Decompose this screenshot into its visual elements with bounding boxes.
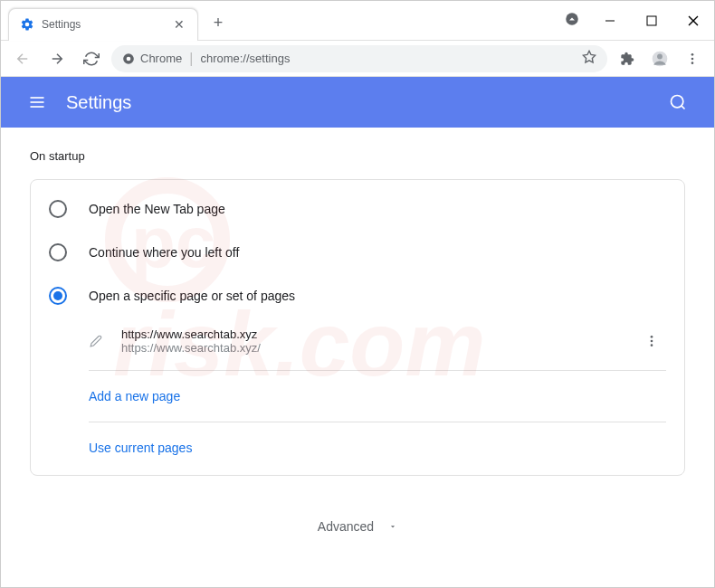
extensions-icon[interactable] xyxy=(613,44,642,73)
gear-icon xyxy=(20,17,34,32)
tab-title: Settings xyxy=(42,18,165,31)
startup-page-entry: https://www.searchtab.xyz https://www.se… xyxy=(31,318,684,365)
content-scroll[interactable]: On startup Open the New Tab page Continu… xyxy=(1,128,714,588)
radio-icon xyxy=(49,287,67,305)
hamburger-icon[interactable] xyxy=(19,84,55,120)
svg-point-17 xyxy=(651,336,653,338)
radio-new-tab[interactable]: Open the New Tab page xyxy=(31,187,684,231)
window-controls xyxy=(564,1,714,41)
menu-icon[interactable] xyxy=(678,44,707,73)
forward-button[interactable] xyxy=(43,44,72,73)
address-bar[interactable]: Chrome | chrome://settings xyxy=(111,45,607,72)
radio-label: Open the New Tab page xyxy=(89,202,225,216)
radio-specific-page[interactable]: Open a specific page or set of pages xyxy=(31,274,684,318)
browser-tab[interactable]: Settings ✕ xyxy=(8,8,198,41)
chrome-chip: Chrome xyxy=(122,52,182,65)
settings-title: Settings xyxy=(66,92,131,113)
radio-icon xyxy=(49,243,67,261)
url-text: chrome://settings xyxy=(200,52,575,65)
search-icon[interactable] xyxy=(660,84,696,120)
chevron-down-icon xyxy=(388,522,397,531)
close-button[interactable] xyxy=(672,1,714,41)
url-divider: | xyxy=(189,51,193,67)
svg-point-8 xyxy=(657,53,663,59)
advanced-toggle[interactable]: Advanced xyxy=(1,498,714,555)
add-page-link[interactable]: Add a new page xyxy=(31,376,684,416)
profile-icon[interactable] xyxy=(645,44,674,73)
divider xyxy=(89,422,666,422)
radio-label: Continue where you left off xyxy=(89,245,239,260)
star-icon[interactable] xyxy=(582,50,596,68)
radio-label: Open a specific page or set of pages xyxy=(89,289,295,303)
svg-point-6 xyxy=(127,56,131,61)
startup-card: Open the New Tab page Continue where you… xyxy=(30,179,685,476)
page-title: https://www.searchtab.xyz xyxy=(121,327,637,341)
browser-toolbar: Chrome | chrome://settings xyxy=(1,41,714,77)
section-title: On startup xyxy=(1,149,714,179)
svg-rect-2 xyxy=(647,16,656,25)
page-favicon-icon xyxy=(89,334,103,348)
svg-point-11 xyxy=(691,62,694,64)
svg-point-15 xyxy=(672,96,683,108)
close-icon[interactable]: ✕ xyxy=(172,17,186,32)
window-titlebar: Settings ✕ + xyxy=(1,1,714,41)
radio-icon xyxy=(49,200,67,218)
maximize-button[interactable] xyxy=(631,1,672,41)
svg-point-19 xyxy=(651,344,653,346)
svg-line-16 xyxy=(682,106,685,109)
new-tab-button[interactable]: + xyxy=(205,11,231,36)
use-current-link[interactable]: Use current pages xyxy=(31,428,684,468)
page-url: https://www.searchtab.xyz/ xyxy=(121,341,637,355)
settings-header: Settings xyxy=(1,77,714,128)
svg-point-10 xyxy=(691,57,694,60)
back-button[interactable] xyxy=(8,44,37,73)
advanced-label: Advanced xyxy=(318,519,374,534)
divider xyxy=(89,370,666,371)
incognito-icon xyxy=(564,11,580,31)
minimize-button[interactable] xyxy=(589,1,631,41)
svg-point-18 xyxy=(651,340,653,343)
svg-point-9 xyxy=(691,53,694,56)
reload-button[interactable] xyxy=(77,44,106,73)
page-menu-icon[interactable] xyxy=(637,327,666,356)
radio-continue[interactable]: Continue where you left off xyxy=(31,231,684,274)
